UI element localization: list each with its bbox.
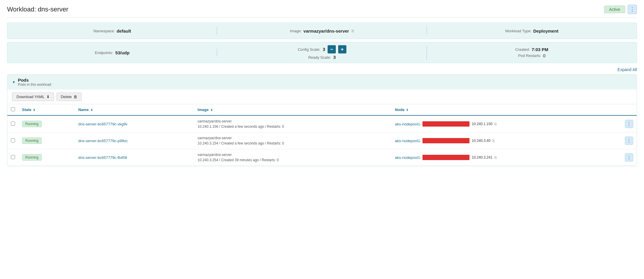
endpoints-label: Endpoints: <box>95 51 113 55</box>
pod-name-link[interactable]: dns-server-bc657779c-p99vc <box>78 139 128 143</box>
row-image-cell: varmazyar/dns-server 10.240.3.154 / Crea… <box>194 132 392 149</box>
node-sort-icon: ⇕ <box>406 108 408 112</box>
pods-subtitle: Pods in this workload <box>18 83 51 87</box>
page-wrapper: Workload: dns-server Active ⋮ Namespace:… <box>0 0 644 279</box>
table-header-checkbox[interactable] <box>7 104 19 115</box>
pods-table: State ⇕ Name ⇕ Image ⇕ Node ⇕ <box>7 104 637 166</box>
page-header: Workload: dns-server Active ⋮ <box>7 5 637 18</box>
pod-name-link[interactable]: dns-server-bc657779c-vkg9v <box>78 122 128 126</box>
row-kebab-button[interactable]: ⋮ <box>625 120 633 128</box>
image-sort-icon: ⇕ <box>210 108 213 112</box>
image-name: varmazyar/dns-server <box>198 152 388 157</box>
pod-name-link[interactable]: dns-server-bc657779c-fb458 <box>78 155 127 160</box>
table-header-image[interactable]: Image ⇕ <box>194 104 392 115</box>
row-checkbox-cell[interactable] <box>7 132 19 149</box>
workload-type-label: Workload Type: <box>505 29 531 33</box>
node-ip: 10.240.3.241 <box>472 155 492 159</box>
image-info: varmazyar/dns-server 10.240.1.156 / Crea… <box>198 119 388 129</box>
row-checkbox-1[interactable] <box>11 138 15 142</box>
download-icon: ⬇ <box>46 95 50 99</box>
select-all-checkbox[interactable] <box>11 107 15 111</box>
status-badge: Active <box>604 6 625 13</box>
row-image-cell: varmazyar/dns-server 10.240.3.254 / Crea… <box>194 149 392 166</box>
namespace-cell: Namespace: default <box>7 25 217 37</box>
expand-all-row: Expand All <box>7 66 637 74</box>
expand-all-button[interactable]: Expand All <box>618 67 637 72</box>
image-value: varmazyar/dns-server <box>303 28 349 33</box>
node-info: aks-nodepool1- 10.240.3.40 ⎘ <box>395 138 618 143</box>
node-link[interactable]: aks-nodepool1- <box>395 139 421 143</box>
copy-image-icon[interactable]: ⎘ <box>352 29 354 33</box>
table-header-actions <box>621 104 637 115</box>
row-checkbox-cell[interactable] <box>7 149 19 166</box>
image-cell: Image: varmazyar/dns-server ⎘ <box>217 25 427 37</box>
node-info: aks-nodepool1- 10.240.1.150 ⎘ <box>395 121 618 127</box>
row-checkbox-cell[interactable] <box>7 115 19 132</box>
copy-node-ip-icon[interactable]: ⎘ <box>494 122 497 126</box>
table-row: Running dns-server-bc657779c-vkg9v varma… <box>7 115 637 132</box>
scale-minus-button[interactable]: − <box>328 45 336 53</box>
row-name-cell: dns-server-bc657779c-p99vc <box>75 132 194 149</box>
workload-type-value: Deployment <box>533 28 559 33</box>
table-header-state[interactable]: State ⇕ <box>19 104 75 115</box>
row-checkbox-0[interactable] <box>11 122 15 126</box>
created-value: 7:03 PM <box>532 47 549 52</box>
pods-title-group: Pods Pods in this workload <box>18 78 51 87</box>
image-info: varmazyar/dns-server 10.240.3.154 / Crea… <box>198 135 388 146</box>
delete-button[interactable]: Delete 🗑 <box>56 93 82 101</box>
namespace-label: Namespace: <box>93 29 115 33</box>
redacted-node-name <box>422 155 469 160</box>
state-badge: Running <box>22 121 42 127</box>
row-action-cell: ⋮ <box>621 115 637 132</box>
ready-scale-label: Ready Scale: <box>308 55 331 60</box>
scale-plus-button[interactable]: + <box>338 45 346 53</box>
created-label: Created: <box>515 47 530 52</box>
row-name-cell: dns-server-bc657779c-fb458 <box>75 149 194 166</box>
workload-type-cell: Workload Type: Deployment <box>427 25 637 37</box>
pod-restarts-label: Pod Restarts: <box>518 53 541 58</box>
row-checkbox-2[interactable] <box>11 155 15 159</box>
config-scale-cell: Config Scale: 3 − + Ready Scale: 3 <box>217 42 427 63</box>
header-right: Active ⋮ <box>604 5 637 14</box>
pods-toolbar: Download YAML ⬇ Delete 🗑 <box>7 90 637 104</box>
table-row: Running dns-server-bc657779c-fb458 varma… <box>7 149 637 166</box>
node-link[interactable]: aks-nodepool1- <box>395 122 421 126</box>
info-row-1: Namespace: default Image: varmazyar/dns-… <box>7 23 637 39</box>
row-action-cell: ⋮ <box>621 149 637 166</box>
page-title: Workload: dns-server <box>7 6 68 13</box>
row-image-cell: varmazyar/dns-server 10.240.1.156 / Crea… <box>194 115 392 132</box>
name-sort-icon: ⇕ <box>90 108 93 112</box>
node-link[interactable]: aks-nodepool1- <box>395 155 421 160</box>
config-scale-label: Config Scale: <box>298 47 320 52</box>
state-sort-icon: ⇕ <box>33 108 35 112</box>
table-header-node[interactable]: Node ⇕ <box>391 104 621 115</box>
node-ip: 10.240.3.40 <box>472 139 490 143</box>
image-name: varmazyar/dns-server <box>198 119 388 124</box>
row-state-cell: Running <box>19 115 75 132</box>
row-name-cell: dns-server-bc657779c-vkg9v <box>75 115 194 132</box>
trash-icon: 🗑 <box>73 95 77 99</box>
image-label: Image: <box>290 29 302 33</box>
state-badge: Running <box>22 137 42 144</box>
row-node-cell: aks-nodepool1- 10.240.3.241 ⎘ <box>391 149 621 166</box>
row-node-cell: aks-nodepool1- 10.240.3.40 ⎘ <box>391 132 621 149</box>
image-name: varmazyar/dns-server <box>198 135 388 141</box>
row-kebab-button[interactable]: ⋮ <box>625 153 633 162</box>
row-state-cell: Running <box>19 149 75 166</box>
download-yaml-button[interactable]: Download YAML ⬇ <box>12 93 54 101</box>
redacted-node-name <box>422 121 469 127</box>
table-header-row: State ⇕ Name ⇕ Image ⇕ Node ⇕ <box>7 104 637 115</box>
state-badge: Running <box>22 154 42 161</box>
created-cell: Created: 7:03 PM Pod Restarts: 0 <box>427 44 637 61</box>
table-row: Running dns-server-bc657779c-p99vc varma… <box>7 132 637 149</box>
table-header-name[interactable]: Name ⇕ <box>75 104 194 115</box>
copy-node-ip-icon[interactable]: ⎘ <box>492 139 495 143</box>
header-kebab-button[interactable]: ⋮ <box>628 5 637 14</box>
ready-scale-value: 3 <box>333 55 336 60</box>
download-yaml-label: Download YAML <box>16 95 45 99</box>
delete-label: Delete <box>61 95 72 99</box>
row-kebab-button[interactable]: ⋮ <box>625 137 633 145</box>
redacted-node-name <box>422 138 469 143</box>
copy-node-ip-icon[interactable]: ⎘ <box>494 155 497 160</box>
pods-chevron-icon[interactable]: ▼ <box>12 80 16 84</box>
